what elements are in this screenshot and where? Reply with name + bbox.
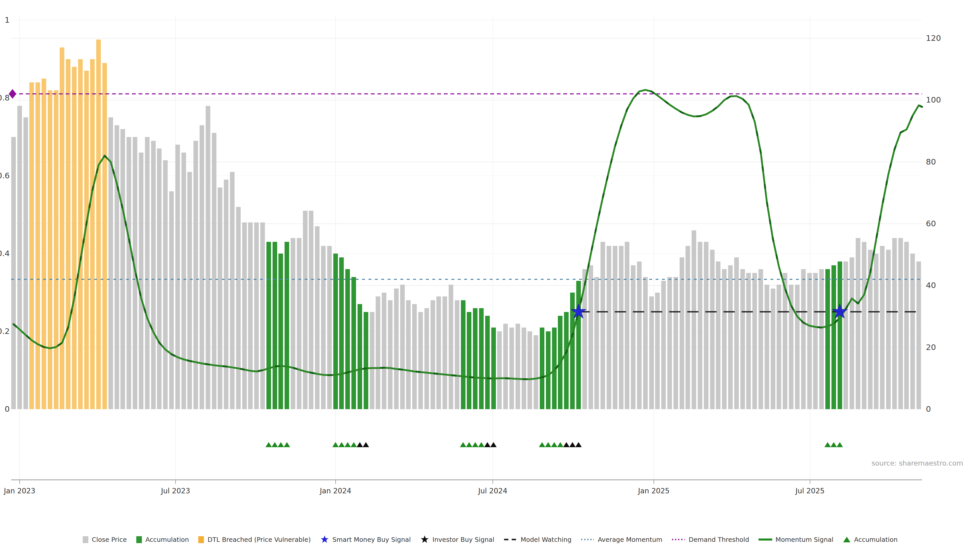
accumulation-triangle-icon <box>557 442 563 447</box>
close-price-bar <box>406 300 410 409</box>
legend-label-demand-threshold: Demand Threshold <box>689 536 749 543</box>
close-price-bar <box>212 133 216 409</box>
dtl-breached-bar <box>84 71 89 409</box>
close-price-bar <box>655 292 660 410</box>
accumulation-triangle-icon <box>332 442 339 447</box>
close-price-bar <box>679 257 684 409</box>
close-price-bar <box>528 331 532 409</box>
x-axis-label: Jul 2024 <box>478 487 508 495</box>
legend-item-investor-buy: Investor Buy Signal <box>420 535 494 544</box>
accumulation-bar <box>546 331 550 409</box>
accumulation-triangle-icon <box>272 442 278 447</box>
close-price-bar <box>649 297 654 409</box>
legend-item-momentum-signal: Momentum Signal <box>759 535 834 544</box>
chart-legend: Close PriceAccumulationDTL Breached (Pri… <box>0 535 980 544</box>
right-axis-label: 120 <box>926 33 941 43</box>
close-price-bar <box>880 246 885 410</box>
average-momentum-legend-icon <box>581 535 594 544</box>
legend-item-demand-threshold: Demand Threshold <box>671 535 749 544</box>
investor-buy-triangle-icon <box>575 442 582 447</box>
close-price-bar <box>181 152 186 410</box>
close-price-bar <box>236 207 241 409</box>
x-axis-label: Jan 2024 <box>319 487 351 495</box>
accumulation-triangle-icon <box>351 442 357 447</box>
legend-label-accumulation-marker: Accumulation <box>854 536 897 543</box>
close-price-bar <box>594 277 599 410</box>
right-axis-label: 0 <box>926 404 931 413</box>
investor-buy-legend-icon <box>420 535 429 544</box>
legend-label-smart-money-buy: Smart Money Buy Signal <box>332 536 411 543</box>
close-price-legend-icon <box>83 535 89 544</box>
dtl-breached-bar <box>29 83 34 409</box>
close-price-bar <box>771 289 775 409</box>
close-price-bar <box>734 257 739 409</box>
accumulation-bar <box>485 316 490 409</box>
accumulation-bar <box>278 254 283 409</box>
accumulation-triangle-icon <box>478 442 485 447</box>
close-price-bar <box>127 137 131 410</box>
close-price-bar <box>874 254 878 409</box>
dtl-breached-bar <box>66 59 70 410</box>
close-price-bar <box>321 246 326 410</box>
accumulation-bar <box>838 262 842 410</box>
accumulation-marker-legend-icon <box>843 535 851 544</box>
close-price-bar <box>722 269 727 409</box>
accumulation-bar <box>564 312 569 409</box>
close-price-bar <box>862 242 866 409</box>
smart-money-buy-legend-icon <box>320 535 329 544</box>
accumulation-triangle-icon <box>472 442 479 447</box>
right-axis-label: 60 <box>926 219 936 228</box>
demand-threshold-legend-icon <box>671 535 685 544</box>
legend-label-accumulation-bar: Accumulation <box>145 536 189 543</box>
close-price-bar <box>807 273 812 409</box>
close-price-bar <box>139 152 143 410</box>
close-price-bar <box>613 246 617 410</box>
close-price-bar <box>436 297 441 409</box>
close-price-bar <box>297 238 301 409</box>
accumulation-bar <box>479 308 484 410</box>
close-price-bar <box>24 118 28 409</box>
close-price-bar <box>892 238 897 409</box>
accumulation-bar <box>333 254 338 409</box>
close-price-bar <box>600 242 605 409</box>
investor-buy-triangle-icon <box>356 442 363 447</box>
legend-item-smart-money-buy: Smart Money Buy Signal <box>320 535 411 544</box>
accumulation-bar <box>461 300 466 409</box>
accumulation-bar <box>473 308 477 410</box>
dtl-breached-bar <box>35 83 40 409</box>
accumulation-bar <box>285 242 289 409</box>
investor-buy-triangle-icon <box>563 442 570 447</box>
close-price-bar <box>813 273 818 409</box>
investor-buy-triangle-icon <box>363 442 369 447</box>
right-axis-label: 100 <box>926 95 941 104</box>
accumulation-bar <box>266 242 271 409</box>
close-price-bar <box>315 226 320 409</box>
close-price-bar <box>442 297 447 409</box>
accumulation-triangle-icon <box>345 442 351 447</box>
left-axis-label: 0.8 <box>0 93 10 102</box>
legend-item-close-price: Close Price <box>83 535 127 544</box>
close-price-bar <box>175 144 180 409</box>
accumulation-bar <box>467 312 471 409</box>
close-price-bar <box>224 179 228 409</box>
close-price-bar <box>260 222 265 409</box>
accumulation-triangle-icon <box>830 442 837 447</box>
close-price-bar <box>327 246 332 410</box>
close-price-bar <box>643 277 648 410</box>
accumulation-bar <box>364 312 368 409</box>
accumulation-bar <box>339 257 344 409</box>
dtl-breached-bar <box>41 79 46 409</box>
legend-label-model-watching: Model Watching <box>520 536 572 543</box>
close-price-bar <box>388 300 393 409</box>
close-price-bar <box>637 262 641 410</box>
accumulation-bar <box>825 269 830 409</box>
close-price-bar <box>151 141 156 409</box>
right-axis-label: 80 <box>926 157 936 166</box>
close-price-bar <box>916 262 921 410</box>
close-price-bar <box>886 250 891 409</box>
close-price-bar <box>193 141 198 409</box>
close-price-bar <box>169 191 174 409</box>
close-price-bar <box>291 238 295 409</box>
close-price-bar <box>843 262 848 410</box>
close-price-bar <box>11 137 16 410</box>
